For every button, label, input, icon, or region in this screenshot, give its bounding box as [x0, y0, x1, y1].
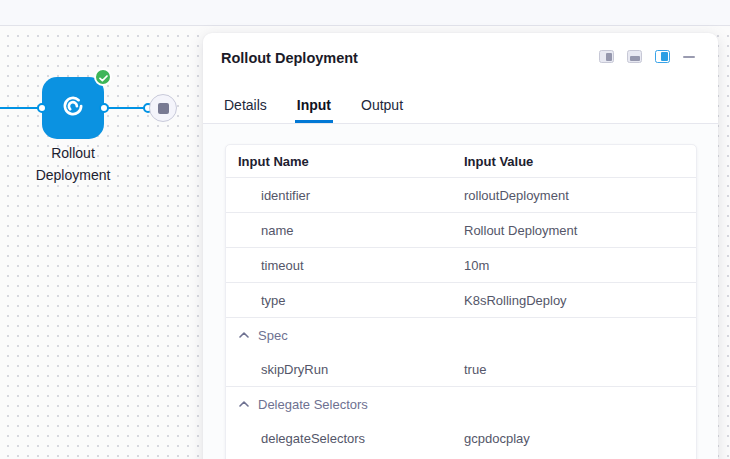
- table-row: name Rollout Deployment: [226, 213, 696, 248]
- row-name: identifier: [226, 188, 464, 203]
- table-row: type K8sRollingDeploy: [226, 283, 696, 318]
- row-name: skipDryRun: [226, 362, 464, 377]
- tab-details[interactable]: Details: [222, 97, 269, 123]
- table-row: skipDryRun true: [226, 352, 696, 387]
- row-value: gcpdocplay: [464, 431, 696, 446]
- tab-output[interactable]: Output: [359, 97, 405, 123]
- split-right-active-icon[interactable]: [655, 50, 670, 63]
- panel-content: Input Name Input Value identifier rollou…: [203, 124, 718, 459]
- column-input-value: Input Value: [464, 154, 696, 169]
- row-value: Rollout Deployment: [464, 223, 696, 238]
- table-row: identifier rolloutDeployment: [226, 178, 696, 213]
- group-label: Spec: [258, 328, 288, 343]
- panel-title: Rollout Deployment: [221, 50, 358, 66]
- minimize-icon[interactable]: [683, 50, 696, 63]
- success-badge: [94, 68, 112, 86]
- node-label: Rollout Deployment: [13, 143, 133, 186]
- row-name: delegateSelectors: [226, 431, 464, 446]
- input-table: Input Name Input Value identifier rollou…: [225, 144, 697, 459]
- row-name: timeout: [226, 258, 464, 273]
- row-value: rolloutDeployment: [464, 188, 696, 203]
- stop-node[interactable]: [149, 94, 177, 122]
- panel-header: Rollout Deployment: [203, 33, 718, 67]
- row-value: K8sRollingDeploy: [464, 293, 696, 308]
- split-right-icon[interactable]: [599, 50, 614, 63]
- tab-bar: Details Input Output: [203, 97, 718, 124]
- group-row-spec[interactable]: Spec: [226, 318, 696, 352]
- step-node-rollout-deployment[interactable]: [42, 77, 104, 139]
- check-icon: [99, 68, 108, 86]
- details-panel: Rollout Deployment Details Input Output …: [203, 33, 718, 459]
- chevron-up-icon: [239, 332, 249, 338]
- column-input-name: Input Name: [226, 154, 464, 169]
- rolling-deploy-icon: [60, 93, 86, 123]
- chevron-up-icon: [239, 401, 249, 407]
- row-value: true: [464, 362, 696, 377]
- table-row: delegateSelectors gcpdocplay: [226, 421, 696, 455]
- row-name: type: [226, 293, 464, 308]
- row-value: 10m: [464, 258, 696, 273]
- split-bottom-icon[interactable]: [627, 50, 642, 63]
- table-row: timeout 10m: [226, 248, 696, 283]
- tab-input[interactable]: Input: [295, 97, 333, 123]
- stop-icon: [158, 103, 169, 114]
- node-port-left[interactable]: [37, 103, 47, 113]
- top-bar: [0, 0, 730, 26]
- row-name: name: [226, 223, 464, 238]
- node-port-right[interactable]: [99, 103, 109, 113]
- panel-controls: [599, 50, 696, 63]
- table-header: Input Name Input Value: [226, 145, 696, 178]
- group-row-delegate-selectors[interactable]: Delegate Selectors: [226, 387, 696, 421]
- group-label: Delegate Selectors: [258, 397, 368, 412]
